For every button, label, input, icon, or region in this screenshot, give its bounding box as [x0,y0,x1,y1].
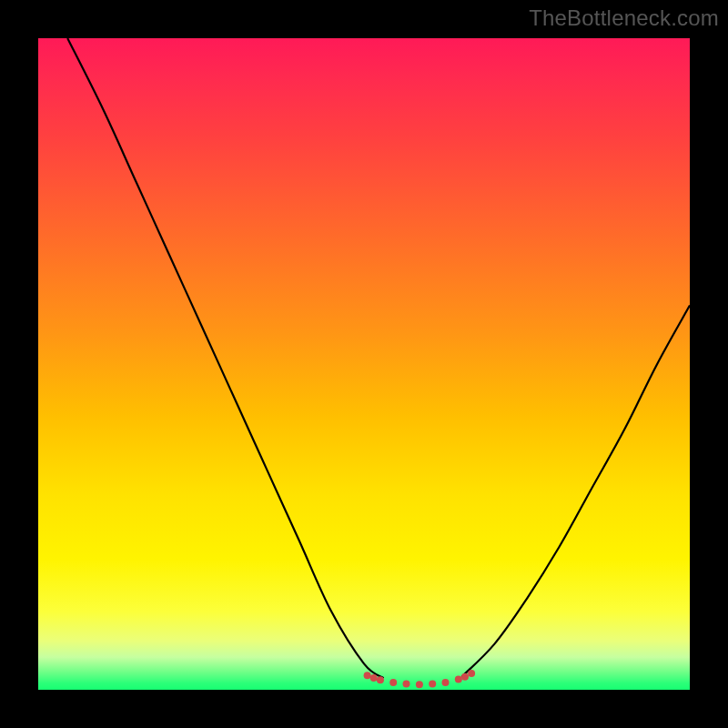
valley-dot [403,681,410,688]
valley-dot [364,672,371,679]
chart-frame: TheBottleneck.com [0,0,728,728]
watermark-text: TheBottleneck.com [529,5,719,31]
valley-dot [468,670,475,677]
valley-dot [416,681,423,688]
curve-layer [38,38,690,690]
valley-dot [370,674,378,682]
valley-dot [389,679,397,686]
valley-dot [377,676,384,683]
plot-area [38,38,690,690]
valley-dot [429,681,436,688]
valley-dot [442,679,450,686]
left-curve [67,38,383,678]
right-curve [461,306,690,677]
valley-dot [461,673,469,681]
valley-dot [455,676,462,683]
